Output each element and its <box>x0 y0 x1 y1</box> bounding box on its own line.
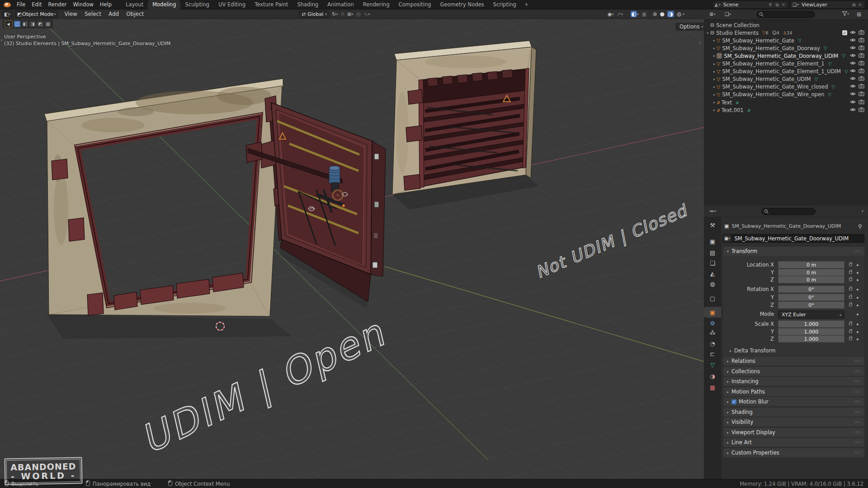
collection-checkbox[interactable]: ✓ <box>842 30 847 35</box>
new-collection-icon[interactable]: ⊞ <box>857 11 861 18</box>
hide-eye-icon[interactable] <box>850 68 856 75</box>
outliner-row-text-001[interactable]: ▸aText.001a <box>704 106 868 114</box>
transform-row-rotation-x[interactable]: Rotation X0° <box>722 286 866 293</box>
scene-name[interactable]: Scene <box>722 2 767 8</box>
collection-properties-tab[interactable]: ▢ <box>704 293 721 304</box>
show-object-types-icon[interactable]: ◉▾ <box>608 11 614 17</box>
hermetic-gate-closed-mesh[interactable] <box>392 41 536 194</box>
viewport-menu-object[interactable]: Object <box>123 11 147 17</box>
hide-eye-icon[interactable] <box>850 53 856 59</box>
hide-eye-icon[interactable] <box>850 99 856 106</box>
close-icon[interactable]: ✕ <box>782 2 785 7</box>
constraints-properties-tab[interactable]: ⊏ <box>704 348 721 359</box>
outliner-row-scene-collection[interactable]: ⊟Scene Collection <box>704 21 868 29</box>
transform-row-loc-rot-z-5[interactable]: Z0° <box>722 301 866 309</box>
pin-icon[interactable]: ⚲ <box>769 2 772 7</box>
disable-render-icon[interactable] <box>859 107 864 113</box>
tab-uv-editing[interactable]: UV Editing <box>214 0 250 9</box>
tab-texture-paint[interactable]: Texture Paint <box>250 0 292 9</box>
object-name-field[interactable]: ▣▾SM_Subway_Hermetic_Gate_Doorway_UDIM <box>722 234 864 243</box>
output-properties-tab[interactable]: ▤ <box>704 247 721 258</box>
view-layer-name[interactable]: ViewLayer <box>800 2 850 8</box>
overlays-icon[interactable]: ◐▾ <box>631 11 639 17</box>
outliner-row-studio-elements[interactable]: ▸⊟Studio Elements▽6☺4♙14✓ <box>704 29 868 37</box>
select-tool-button[interactable]: ➤ <box>5 20 13 28</box>
filter-funnel-icon[interactable]: ▾ <box>842 11 849 16</box>
hide-eye-icon[interactable] <box>850 76 856 82</box>
hide-eye-icon[interactable] <box>850 30 856 36</box>
menu-render[interactable]: Render <box>45 0 70 9</box>
pivot-point-icon[interactable]: ↻▾ <box>332 11 338 17</box>
section-relations[interactable]: ▸Relations∷∷ <box>723 357 864 366</box>
tab-modeling[interactable]: Modeling <box>148 0 180 9</box>
tool-properties-tab[interactable]: ⚒ <box>704 220 721 230</box>
transform-row-loc-rot-y-1[interactable]: Y0 m <box>722 269 866 276</box>
disable-render-icon[interactable] <box>859 84 864 90</box>
outliner-row-sm-subway-hermetic-gate-wire-open[interactable]: ▸▽SM_Subway_Hermetic_Gate_Wire_open▽ <box>704 91 868 99</box>
tab-shading[interactable]: Shading <box>292 0 323 9</box>
particles-properties-tab[interactable]: ⁂ <box>704 327 721 338</box>
hide-eye-icon[interactable] <box>850 61 856 67</box>
tab-geometry-nodes[interactable]: Geometry Nodes <box>436 0 489 9</box>
copy-icon[interactable]: ⧉ <box>775 2 778 8</box>
disable-render-icon[interactable] <box>859 53 864 59</box>
hide-eye-icon[interactable] <box>850 38 856 44</box>
shading-wireframe-icon[interactable]: ⊕ <box>653 11 657 17</box>
select-mode-subtract[interactable]: ◨ <box>29 21 36 27</box>
options-button[interactable]: Options▾ <box>675 23 707 31</box>
proportional-editing-icon[interactable]: ◎ <box>356 11 361 17</box>
tab-compositing[interactable]: Compositing <box>394 0 435 9</box>
scene-selector[interactable]: ◭▾ Scene ⚲ ⧉ ✕ <box>712 1 788 9</box>
snap-magnet-icon[interactable]: ∩ <box>341 11 345 17</box>
view-layer-properties-tab[interactable]: ❏ <box>704 258 721 268</box>
select-mode-invert[interactable]: ◩ <box>37 21 43 27</box>
outliner-row-sm-subway-hermetic-gate-udim[interactable]: ▸▽SM_Subway_Hermetic_Gate_UDIM▽ <box>704 75 868 83</box>
section-shading[interactable]: ▸Shading∷∷ <box>723 408 864 417</box>
menu-help[interactable]: Help <box>97 0 115 9</box>
motion-blur-checkbox[interactable]: ✓ <box>731 399 736 404</box>
section-instancing[interactable]: ▸Instancing∷∷ <box>723 377 864 386</box>
section-motion-blur[interactable]: ▸✓Motion Blur∷∷ <box>723 397 864 406</box>
disable-render-icon[interactable] <box>859 61 864 67</box>
pin-icon[interactable]: ⚲ <box>858 223 862 230</box>
copy-icon[interactable]: ⧉ <box>852 2 855 8</box>
shading-solid-icon[interactable]: ● <box>660 11 665 17</box>
object-properties-tab[interactable]: ▣ <box>704 307 721 318</box>
outliner-filter-type-icon[interactable]: ❏▾ <box>725 11 731 17</box>
xray-icon[interactable]: ▣ <box>642 11 646 17</box>
shading-material-icon[interactable]: ◑ <box>667 11 674 17</box>
outliner-row-sm-subway-hermetic-gate-doorway[interactable]: ▸▽SM_Subway_Hermetic_Gate_Doorway▽ <box>704 44 868 52</box>
view-layer-selector[interactable]: ❏▾ ViewLayer ⧉ ✕ <box>790 1 865 9</box>
tab-animation[interactable]: Animation <box>323 0 359 9</box>
physics-properties-tab[interactable]: ◔ <box>704 338 721 349</box>
hide-eye-icon[interactable] <box>850 84 856 90</box>
transform-row-scale-z-9[interactable]: Z1.000 <box>722 335 866 343</box>
add-workspace-button[interactable]: + <box>521 0 533 9</box>
outliner-display-mode[interactable]: ≣▾ <box>709 11 715 17</box>
texture-properties-tab[interactable]: ▦ <box>704 382 721 393</box>
select-mode-set[interactable]: ▢ <box>14 21 20 27</box>
viewport-menu-select[interactable]: Select <box>81 11 105 17</box>
section-motion-paths[interactable]: ▸Motion Paths∷∷ <box>723 387 864 396</box>
transform-row-loc-rot-z-2[interactable]: Z0 m <box>722 276 866 283</box>
editor-type-selector[interactable]: ◧▾ <box>2 10 13 18</box>
section-visibility[interactable]: ▸Visibility∷∷ <box>723 418 864 427</box>
section-line-art[interactable]: ▸Line Art∷∷ <box>723 438 864 447</box>
outliner-row-sm-subway-hermetic-gate-element-1[interactable]: ▸▽SM_Subway_Hermetic_Gate_Element_1▽ <box>704 60 868 68</box>
world-properties-tab[interactable]: ◍ <box>704 278 721 289</box>
gizmos-icon[interactable]: ↗▾ <box>617 11 623 17</box>
shading-rendered-icon[interactable]: ◍ <box>677 11 681 17</box>
transform-row-scale-x[interactable]: Scale X1.000 <box>722 320 866 328</box>
select-mode-intersect[interactable]: ▨ <box>45 21 51 27</box>
transform-row-location-x[interactable]: Location X0 m <box>722 261 866 268</box>
tab-layout[interactable]: Layout <box>121 0 148 9</box>
sidebar-collapse-arrow[interactable]: ‹ <box>699 40 701 46</box>
render-properties-tab[interactable]: ▣ <box>704 236 721 247</box>
section-collections[interactable]: ▸Collections∷∷ <box>723 367 864 376</box>
hide-eye-icon[interactable] <box>850 45 856 52</box>
close-icon[interactable]: ✕ <box>859 2 862 7</box>
properties-search[interactable] <box>761 208 816 215</box>
viewport-menu-view[interactable]: View <box>61 11 80 17</box>
outliner-row-sm-subway-hermetic-gate-doorway-udim[interactable]: ▸▽SM_Subway_Hermetic_Gate_Doorway_UDIM▽ <box>704 52 868 60</box>
viewport-menu-add[interactable]: Add <box>105 11 123 17</box>
